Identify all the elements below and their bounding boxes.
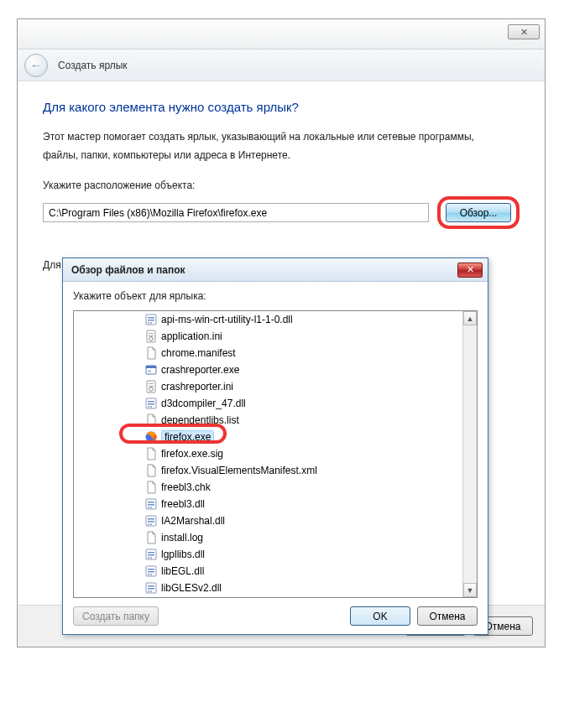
svg-rect-35 [148,552,154,554]
dll-icon [144,313,158,326]
file-item-label: chrome.manifest [161,347,236,359]
file-item[interactable]: d3dcompiler_47.dll [74,395,462,412]
file-item-label: crashreporter.exe [161,364,239,376]
svg-point-37 [148,557,149,559]
svg-rect-1 [148,317,154,319]
browse-close-button[interactable]: ✕ [457,263,483,278]
dll-icon [144,397,158,410]
svg-rect-14 [149,383,154,384]
file-item-label: api-ms-win-crt-utility-l1-1-0.dll [161,314,293,325]
location-label: Укажите расположение объекта: [43,178,520,193]
file-item-label: crashreporter.ini [161,381,233,393]
svg-point-32 [148,523,149,525]
location-input[interactable] [43,203,429,222]
file-item-label: lgpllibs.dll [161,549,205,560]
svg-point-4 [150,322,152,324]
file-icon [144,346,158,360]
browse-prompt: Укажите объект для ярлыка: [73,290,478,302]
back-button[interactable]: ← [24,54,48,77]
file-item[interactable]: maintenanceservice.exe [74,596,462,597]
file-item[interactable]: firefox.exe.sig [74,445,462,462]
svg-rect-46 [148,588,154,590]
window-close-button[interactable]: ✕ [508,24,540,39]
file-icon [144,464,158,477]
wizard-desc-line1: Этот мастер помогает создать ярлык, указ… [43,129,520,144]
browse-button[interactable]: Обзор... [446,203,511,222]
exe-icon [144,363,158,377]
browse-dialog: Обзор файлов и папок ✕ Укажите объект дл… [62,257,488,635]
file-tree-inner[interactable]: api-ms-win-crt-utility-l1-1-0.dllapplica… [74,311,462,597]
file-item-label: firefox.exe.sig [161,448,223,460]
file-item[interactable]: lgpllibs.dll [74,546,462,563]
file-item-label: libGLESv2.dll [161,582,222,594]
ok-button[interactable]: OK [350,606,410,626]
svg-rect-15 [149,386,154,387]
dll-icon [144,564,158,578]
browse-title: Обзор файлов и папок [71,264,185,276]
dll-icon [144,581,158,595]
file-item[interactable]: freebl3.chk [74,479,462,496]
file-item[interactable]: IA2Marshal.dll [74,512,462,529]
file-icon [144,531,158,544]
file-item[interactable]: libEGL.dll [74,563,462,580]
file-item[interactable]: api-ms-win-crt-utility-l1-1-0.dll [74,311,462,328]
browse-body: Укажите объект для ярлыка: api-ms-win-cr… [63,282,488,634]
file-item[interactable]: chrome.manifest [74,345,462,361]
file-item[interactable]: crashreporter.exe [74,361,462,378]
svg-point-22 [150,406,152,408]
svg-rect-41 [148,571,154,573]
location-row: Обзор... [43,196,520,229]
scroll-down-button[interactable]: ▼ [463,583,477,597]
svg-rect-9 [151,336,152,337]
svg-rect-7 [149,335,154,336]
file-item-label: freebl3.dll [161,498,205,510]
file-tree: api-ms-win-crt-utility-l1-1-0.dllapplica… [73,310,478,598]
file-item[interactable]: install.log [74,529,462,546]
svg-rect-40 [148,569,154,570]
svg-rect-31 [148,521,154,523]
ini-icon [144,380,158,393]
dll-icon [144,514,158,528]
svg-rect-45 [148,585,154,587]
file-item-label: application.ini [161,330,222,342]
file-item[interactable]: libGLESv2.dll [74,580,462,596]
svg-rect-26 [148,504,154,506]
browse-titlebar: Обзор файлов и папок ✕ [63,258,488,282]
svg-rect-6 [149,333,154,334]
file-item[interactable]: freebl3.dll [74,496,462,512]
file-item-label: d3dcompiler_47.dll [161,398,246,409]
svg-rect-12 [148,370,151,372]
browse-cancel-button[interactable]: Отмена [417,606,478,626]
scrollbar[interactable]: ▲ ▼ [462,311,477,597]
file-item-label: libEGL.dll [161,565,204,577]
svg-point-33 [150,523,152,525]
svg-rect-30 [148,518,154,520]
file-item-label: freebl3.chk [161,481,211,493]
file-item[interactable]: crashreporter.ini [74,378,462,395]
file-item-label: firefox.VisualElementsManifest.xml [161,465,317,476]
dll-icon [144,497,158,511]
scroll-up-button[interactable]: ▲ [463,311,477,325]
file-icon [144,447,158,460]
selected-file-highlight [119,424,227,444]
dll-icon [144,548,158,561]
svg-point-48 [150,590,152,592]
svg-rect-19 [148,401,154,403]
file-item-label: install.log [161,532,203,543]
wizard-desc-line2: файлы, папки, компьютеры или адреса в Ин… [43,148,520,163]
svg-rect-2 [148,320,154,321]
svg-rect-17 [151,387,152,387]
file-item[interactable]: firefox.VisualElementsManifest.xml [74,462,462,479]
browse-highlight: Обзор... [437,196,520,229]
svg-point-3 [148,322,149,324]
file-item[interactable]: application.ini [74,328,462,345]
svg-rect-25 [148,502,154,503]
svg-point-42 [148,574,149,575]
svg-point-47 [148,590,149,592]
outer-titlebar: ✕ [18,19,545,49]
svg-rect-20 [148,403,154,405]
svg-rect-36 [148,554,154,556]
svg-point-43 [150,574,152,575]
wizard-heading: Для какого элемента нужно создать ярлык? [43,100,520,114]
new-folder-button[interactable]: Создать папку [73,606,159,626]
